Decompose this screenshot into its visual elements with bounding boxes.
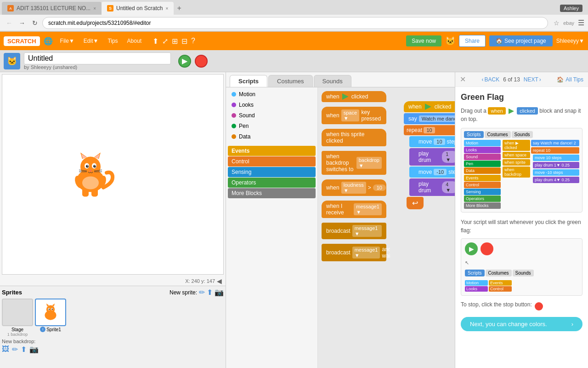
stage-sprite-item[interactable]: Stage 1 backdrop (2, 299, 33, 337)
block-broadcast-wait-dropdown[interactable]: message1 ▼ (352, 247, 380, 259)
category-motion[interactable]: Motion (228, 89, 316, 99)
stop-button[interactable] (195, 55, 208, 68)
sprite1-item[interactable]: i Sprite1 (35, 299, 66, 337)
upload-icon[interactable]: ⬆ (153, 37, 158, 46)
tips-costumes-tab[interactable]: Costumes (486, 270, 512, 276)
script-repeat[interactable]: repeat 10 (404, 125, 455, 135)
globe-icon[interactable]: 🌐 (44, 37, 53, 46)
stage-expand-icon[interactable]: ◀ (217, 277, 222, 285)
script-move1-value[interactable]: 10 (434, 138, 445, 145)
script-say[interactable]: say Watch me dance! for 2 secs (404, 113, 455, 124)
block-receive-dropdown[interactable]: message1 ▼ (354, 203, 382, 215)
upload-sprite-icon[interactable]: ⬆ (207, 288, 213, 297)
back-button[interactable]: ← (4, 17, 15, 29)
tab-scripts[interactable]: Scripts (230, 75, 267, 87)
block-when-backdrop[interactable]: when backdrop switches to backdrop ▼ (322, 151, 386, 175)
file-menu[interactable]: File▼ (57, 36, 78, 46)
mini-tab-sounds[interactable]: Sounds (512, 131, 533, 138)
project-title-input[interactable] (24, 52, 171, 64)
mini-looks[interactable]: Looks (464, 147, 501, 153)
tab-close-scratch[interactable]: × (165, 6, 168, 11)
tips-sounds-tab[interactable]: Sounds (513, 270, 534, 276)
mini-events[interactable]: Events (464, 175, 501, 181)
mini-tab-scripts[interactable]: Scripts (464, 131, 484, 138)
user-menu[interactable]: Shleeeyy▼ (556, 38, 584, 44)
tips-menu[interactable]: Tips (104, 36, 121, 46)
save-now-button[interactable]: Save now (406, 35, 441, 46)
edit-menu[interactable]: Edit▼ (80, 36, 102, 46)
mini-operators[interactable]: Operators (464, 196, 501, 202)
share-button[interactable]: Share (459, 35, 486, 47)
block-key-dropdown[interactable]: space ▼ (341, 109, 360, 121)
shrink-icon[interactable]: ⊟ (181, 37, 187, 46)
script-move2-value[interactable]: -10 (434, 169, 447, 175)
tab-close-adit[interactable]: × (93, 6, 96, 11)
script-when-flag[interactable]: when clicked (404, 101, 455, 112)
tab-adit[interactable]: A ADIT 135101 LECTURE NO... × (2, 2, 102, 15)
category-looks[interactable]: Looks (228, 100, 316, 110)
bookmark-icon[interactable]: ☆ (554, 19, 560, 27)
camera-sprite-icon[interactable]: 📷 (215, 288, 224, 297)
script-drum1[interactable]: play drum 1 ▼ for 0.25 beats (409, 148, 455, 166)
block-when-sprite[interactable]: when this sprite clicked (322, 129, 386, 146)
sprite1-info-badge[interactable]: i (40, 327, 45, 332)
sub-more-blocks[interactable]: More Blocks (228, 188, 316, 198)
mini-data[interactable]: Data (464, 167, 501, 174)
tips-next-colors-button[interactable]: Next, you can change colors. › (461, 317, 582, 331)
help-icon[interactable]: ? (191, 37, 195, 45)
category-data[interactable]: Data (228, 132, 316, 142)
block-broadcast[interactable]: broadcast message1 ▼ (322, 223, 386, 239)
ebay-link[interactable]: ebay (563, 20, 574, 26)
mini-tab-costumes[interactable]: Costumes (485, 131, 511, 138)
new-tab-button[interactable]: + (174, 3, 185, 14)
all-tips-button[interactable]: 🏠 All Tips (557, 76, 583, 83)
backdrop-camera-icon[interactable]: 📷 (29, 345, 39, 354)
green-flag-button[interactable]: ▶ (178, 55, 191, 68)
script-drum1-num[interactable]: 1 ▼ (442, 151, 455, 163)
tab-sounds[interactable]: Sounds (314, 75, 351, 87)
block-backdrop-dropdown[interactable]: backdrop ▼ (356, 157, 382, 169)
script-repeat-value[interactable]: 10 (424, 127, 435, 133)
block-when-loudness[interactable]: when loudness ▼ > 10 (322, 179, 386, 196)
block-when-receive[interactable]: when I receive message1 ▼ (322, 201, 386, 218)
mini-sensing[interactable]: Sensing (464, 189, 501, 195)
sub-sensing[interactable]: Sensing (228, 167, 316, 177)
mini-more[interactable]: More Blocks (464, 202, 501, 209)
sub-control[interactable]: Control (228, 156, 316, 167)
browser-menu-icon[interactable]: ☰ (578, 18, 584, 27)
backdrop-upload-icon[interactable]: ⬆ (21, 345, 27, 354)
tab-scratch[interactable]: S Untitled on Scratch × (102, 2, 174, 15)
block-broadcast-dropdown[interactable]: message1 ▼ (352, 225, 382, 237)
backdrop-paint-icon[interactable]: 🖼 (2, 345, 9, 354)
script-drum2[interactable]: play drum 4 ▼ for 0.25 beats (409, 178, 455, 196)
fullscreen-icon[interactable]: ⤢ (162, 37, 168, 46)
backdrop-edit-icon[interactable]: ✏ (12, 345, 18, 354)
block-loudness-value[interactable]: 10 (373, 184, 386, 191)
sub-events[interactable]: Events (228, 146, 316, 156)
forward-button[interactable]: → (17, 17, 28, 29)
block-when-key[interactable]: when space ▼ key pressed (322, 107, 386, 124)
category-pen[interactable]: Pen (228, 121, 316, 131)
mini-motion[interactable]: Motion (464, 140, 501, 146)
reload-button[interactable]: ↻ (29, 17, 40, 29)
address-bar[interactable] (42, 17, 548, 29)
mini-control[interactable]: Control (464, 182, 501, 188)
block-when-flag[interactable]: when clicked (322, 91, 386, 102)
tips-scripts-tab[interactable]: Scripts (465, 270, 485, 276)
script-move1[interactable]: move 10 steps (409, 136, 455, 147)
block-loudness-dropdown[interactable]: loudness ▼ (341, 182, 366, 194)
about-menu[interactable]: About (124, 36, 145, 46)
paint-sprite-icon[interactable]: ✏ (199, 288, 205, 297)
resize-icon[interactable]: ⊞ (172, 37, 178, 46)
script-drum2-num[interactable]: 4 ▼ (442, 181, 455, 193)
mini-sound[interactable]: Sound (464, 154, 501, 160)
see-project-button[interactable]: 🏠 See project page (489, 35, 553, 46)
script-say-value[interactable]: Watch me dance! (419, 115, 455, 122)
tips-next-button[interactable]: NEXT › (524, 76, 541, 83)
tips-back-button[interactable]: ‹ BACK (481, 76, 499, 83)
tab-costumes[interactable]: Costumes (268, 75, 313, 87)
tips-close-button[interactable]: ✕ (460, 75, 466, 84)
script-move2[interactable]: move -10 steps (409, 167, 455, 178)
sub-operators[interactable]: Operators (228, 178, 316, 188)
mini-pen[interactable]: Pen (464, 161, 501, 167)
